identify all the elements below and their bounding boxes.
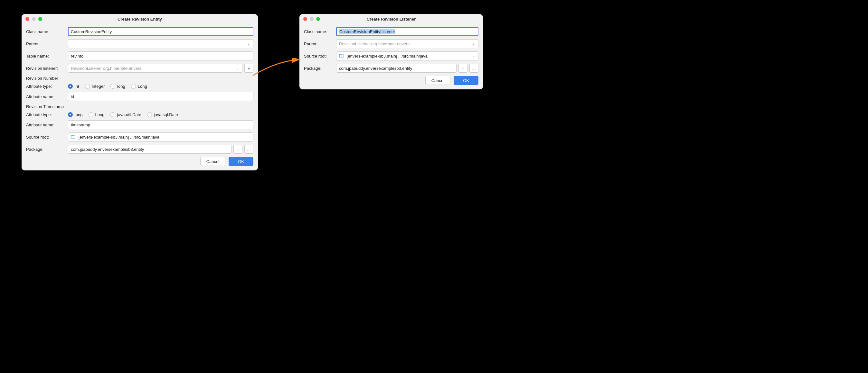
revision-number-section: Revision Number <box>26 76 253 81</box>
source-root-label: Source root: <box>304 54 336 59</box>
package-input[interactable]: com.jpabuddy.enversexamplesb3.entity <box>336 64 457 73</box>
rn-attribute-name-label: Attribute name: <box>26 94 68 99</box>
cancel-button[interactable]: Cancel <box>200 157 225 166</box>
close-icon[interactable] <box>303 17 307 21</box>
rt-type-util-date-radio[interactable]: java.util.Date <box>111 112 141 117</box>
rt-type-sql-date-radio[interactable]: java.sql.Date <box>147 112 178 117</box>
table-name-value: revinfo <box>71 54 83 59</box>
source-root-value: [envers-example-sb3.main] .../src/main/j… <box>347 54 428 59</box>
browse-package-button[interactable]: ... <box>244 145 253 154</box>
ellipsis-icon: ... <box>472 66 476 71</box>
rt-attribute-name-input[interactable]: timestamp <box>68 120 253 129</box>
window-controls <box>25 17 42 21</box>
parent-combo[interactable]: RevisionListener org.hibernate.envers ⌄ <box>336 39 478 48</box>
table-name-input[interactable]: revinfo <box>68 52 253 61</box>
package-value: com.jpabuddy.enversexamplesb3.entity <box>339 66 412 71</box>
maximize-icon[interactable] <box>316 17 320 21</box>
source-root-value: [envers-example-sb3.main] .../src/main/j… <box>79 135 159 140</box>
rt-attribute-name-label: Attribute name: <box>26 123 68 127</box>
rn-type-int-radio[interactable]: int <box>68 84 79 89</box>
class-name-label: Class name: <box>304 29 336 34</box>
package-input[interactable]: com.jpabuddy.enversexamplesb3.entity <box>68 145 231 154</box>
rn-type-integer-radio[interactable]: Integer <box>85 84 105 89</box>
chevron-down-icon: ⌄ <box>470 42 477 46</box>
cancel-button[interactable]: Cancel <box>425 76 451 85</box>
rn-attribute-type-radios: int Integer long Long <box>68 84 147 89</box>
parent-label: Parent: <box>26 41 68 46</box>
class-name-value: CustomRevisionEntityListener <box>339 29 395 34</box>
parent-combo[interactable]: ⌄ <box>68 39 253 48</box>
parent-placeholder: RevisionListener org.hibernate.envers <box>339 41 409 46</box>
rt-type-long-obj-radio[interactable]: Long <box>89 112 105 117</box>
browse-package-button[interactable]: ... <box>469 64 478 73</box>
source-root-combo[interactable]: [envers-example-sb3.main] .../src/main/j… <box>68 133 253 141</box>
source-root-label: Source root: <box>26 135 68 140</box>
plus-icon: + <box>248 66 250 71</box>
chevron-down-icon: ⌄ <box>235 67 241 70</box>
folder-icon <box>339 54 344 58</box>
close-icon[interactable] <box>25 17 29 21</box>
rt-attribute-type-radios: long Long java.util.Date java.sql.Date <box>68 112 178 117</box>
add-listener-button[interactable]: + <box>244 64 253 73</box>
revision-listener-combo[interactable]: RevisionListener org.hibernate.envers ⌄ <box>68 64 242 73</box>
rn-type-long-radio[interactable]: long <box>111 84 125 89</box>
titlebar: Create Revision Entity <box>22 14 258 24</box>
minimize-icon[interactable] <box>310 17 314 21</box>
package-history-dropdown[interactable]: ⌄ <box>234 145 242 154</box>
rn-attribute-name-value: id <box>71 94 74 99</box>
class-name-input[interactable]: CustomRevisionEntityListener <box>336 27 478 36</box>
package-label: Package: <box>26 147 68 152</box>
minimize-icon[interactable] <box>32 17 36 21</box>
class-name-value: CustomRevisionEntity <box>71 29 112 34</box>
titlebar: Create Revision Listener <box>300 14 483 24</box>
parent-label: Parent: <box>304 41 336 46</box>
arrow-annotation <box>251 58 303 80</box>
chevron-down-icon: ⌄ <box>470 54 477 58</box>
create-revision-listener-dialog: Create Revision Listener Class name: Cus… <box>300 14 483 90</box>
revision-listener-label: Revision listener: <box>26 66 68 71</box>
class-name-label: Class name: <box>26 29 68 34</box>
rt-attribute-name-value: timestamp <box>71 123 90 127</box>
revision-listener-placeholder: RevisionListener org.hibernate.envers <box>71 66 141 71</box>
rt-attribute-type-label: Attribute type: <box>26 112 68 117</box>
rn-attribute-type-label: Attribute type: <box>26 84 68 89</box>
ok-button[interactable]: OK <box>228 157 253 166</box>
class-name-input[interactable]: CustomRevisionEntity <box>68 27 253 36</box>
create-revision-entity-dialog: Create Revision Entity Class name: Custo… <box>22 14 258 170</box>
ellipsis-icon: ... <box>247 147 251 152</box>
ok-button[interactable]: OK <box>454 76 478 85</box>
package-value: com.jpabuddy.enversexamplesb3.entity <box>71 147 144 152</box>
rn-attribute-name-input[interactable]: id <box>68 92 253 101</box>
package-history-dropdown[interactable]: ⌄ <box>459 64 467 73</box>
revision-timestamp-section: Revision Timestamp <box>26 104 253 109</box>
rn-type-long-obj-radio[interactable]: Long <box>131 84 147 89</box>
chevron-down-icon: ⌄ <box>245 42 252 46</box>
chevron-down-icon: ⌄ <box>245 135 252 139</box>
maximize-icon[interactable] <box>38 17 42 21</box>
rt-type-long-radio[interactable]: long <box>68 112 83 117</box>
table-name-label: Table name: <box>26 54 68 59</box>
dialog-title: Create Revision Listener <box>300 17 483 22</box>
dialog-title: Create Revision Entity <box>22 17 258 22</box>
folder-icon <box>71 135 75 139</box>
source-root-combo[interactable]: [envers-example-sb3.main] .../src/main/j… <box>336 52 478 61</box>
package-label: Package: <box>304 66 336 71</box>
window-controls <box>303 17 320 21</box>
